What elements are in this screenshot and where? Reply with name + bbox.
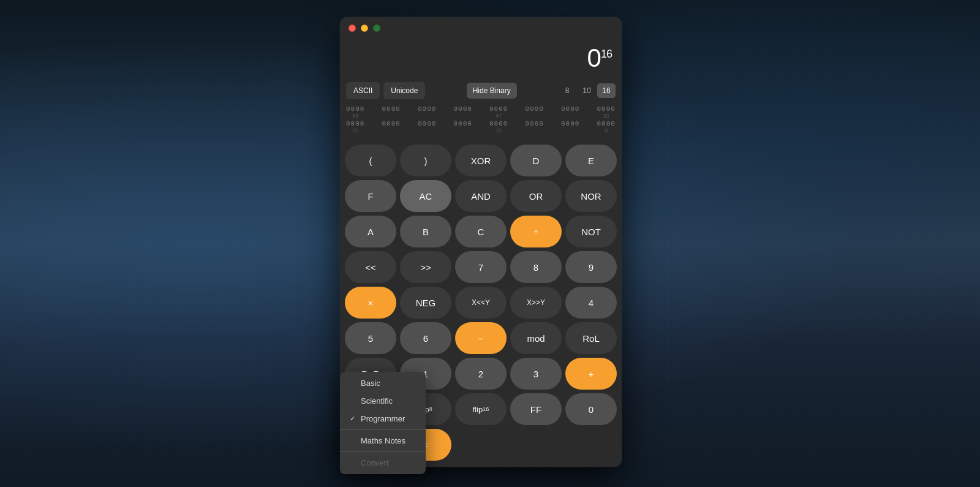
- menu-item-programmer[interactable]: ✓ Programmer: [340, 410, 426, 428]
- open-paren-button[interactable]: (: [345, 145, 396, 176]
- menu-item-scientific[interactable]: Scientific: [340, 392, 426, 410]
- f-button[interactable]: F: [345, 180, 396, 212]
- neg-button[interactable]: NEG: [400, 287, 451, 319]
- 3-button[interactable]: 3: [510, 358, 562, 390]
- binary-group: 0000: [526, 120, 544, 134]
- 6-button[interactable]: 6: [400, 322, 451, 354]
- shift-left-button[interactable]: <<: [345, 251, 396, 283]
- 9-button[interactable]: 9: [565, 251, 617, 283]
- ac-button[interactable]: AC: [400, 180, 451, 212]
- multiply-button[interactable]: ×: [345, 287, 396, 319]
- binary-group: 0000 63: [346, 105, 364, 119]
- binary-group: 0000: [382, 120, 401, 134]
- hide-binary-button[interactable]: Hide Binary: [467, 83, 517, 99]
- menu-item-maths-notes[interactable]: Maths Notes: [340, 432, 426, 450]
- binary-group: 0000: [418, 120, 436, 134]
- 8-button[interactable]: 8: [510, 251, 562, 283]
- 7-button[interactable]: 7: [455, 251, 507, 283]
- add-button[interactable]: +: [565, 358, 617, 390]
- binary-group: 0000: [454, 105, 472, 119]
- binary-group: 0000: [454, 120, 472, 134]
- binary-group: 0000: [561, 120, 579, 134]
- ascii-button[interactable]: ASCII: [346, 82, 380, 99]
- base-10-button[interactable]: 10: [578, 83, 596, 98]
- maximize-button[interactable]: [373, 25, 380, 32]
- x-shift-right-button[interactable]: X>>Y: [510, 287, 562, 319]
- binary-row-1: 0000 63 0000 0000 0000 0000 47 0000: [346, 105, 616, 119]
- binary-group: 0000: [561, 105, 579, 119]
- e-button[interactable]: E: [565, 145, 617, 176]
- binary-group: 0000 15: [489, 120, 508, 134]
- subtract-button[interactable]: −: [455, 322, 507, 354]
- close-button[interactable]: [349, 25, 356, 32]
- a-button[interactable]: A: [345, 216, 396, 247]
- and-button[interactable]: AND: [455, 180, 507, 212]
- binary-group: 0000 47: [489, 105, 508, 119]
- binary-group: 0000: [382, 105, 401, 119]
- rol-button[interactable]: RoL: [565, 322, 617, 354]
- flip16-button[interactable]: flip16: [455, 393, 507, 425]
- display-number: 0: [587, 43, 601, 72]
- binary-group: 0000 0: [597, 120, 616, 134]
- unicode-button[interactable]: Unicode: [383, 82, 425, 99]
- x-shift-left-button[interactable]: X<<Y: [455, 287, 507, 319]
- d-button[interactable]: D: [510, 145, 562, 176]
- close-paren-button[interactable]: ): [400, 145, 451, 176]
- 2-button[interactable]: 2: [455, 358, 507, 390]
- not-button[interactable]: NOT: [565, 216, 617, 247]
- binary-group: 0000 32: [597, 105, 616, 119]
- c-button[interactable]: C: [455, 216, 507, 247]
- shift-right-button[interactable]: >>: [400, 251, 451, 283]
- divide-button[interactable]: ÷: [510, 216, 562, 247]
- menu-divider-2: [340, 451, 426, 452]
- 5-button[interactable]: 5: [345, 322, 396, 354]
- binary-row-2: 0000 31 0000 0000 0000 0000 15 0000: [346, 120, 616, 134]
- mod-button[interactable]: mod: [510, 322, 562, 354]
- mode-bar: ASCII Unicode Hide Binary 8 10 16: [340, 78, 622, 103]
- menu-item-basic[interactable]: Basic: [340, 374, 426, 392]
- base-selector: 8 10 16: [558, 83, 616, 98]
- or-button[interactable]: OR: [510, 180, 562, 212]
- binary-group: 0000 31: [346, 120, 364, 134]
- 0-button[interactable]: 0: [565, 393, 617, 425]
- display-base: 16: [601, 48, 612, 60]
- ff-button[interactable]: FF: [510, 393, 562, 425]
- base-8-button[interactable]: 8: [558, 83, 576, 98]
- minimize-button[interactable]: [361, 25, 368, 32]
- nor-button[interactable]: NOR: [565, 180, 617, 212]
- b-button[interactable]: B: [400, 216, 451, 247]
- 4-button[interactable]: 4: [565, 287, 617, 319]
- base-16-button[interactable]: 16: [597, 83, 616, 98]
- binary-group: 0000: [418, 105, 436, 119]
- menu-item-convert: Convert: [340, 454, 426, 472]
- xor-button[interactable]: XOR: [455, 145, 507, 176]
- display-area: 016: [340, 39, 622, 78]
- binary-display: 0000 63 0000 0000 0000 0000 47 0000: [340, 103, 622, 140]
- binary-group: 0000: [526, 105, 544, 119]
- display-value: 016: [350, 45, 612, 71]
- dropdown-menu: Basic Scientific ✓ Programmer Maths Note…: [340, 372, 426, 474]
- title-bar: [340, 17, 622, 39]
- menu-divider: [340, 429, 426, 430]
